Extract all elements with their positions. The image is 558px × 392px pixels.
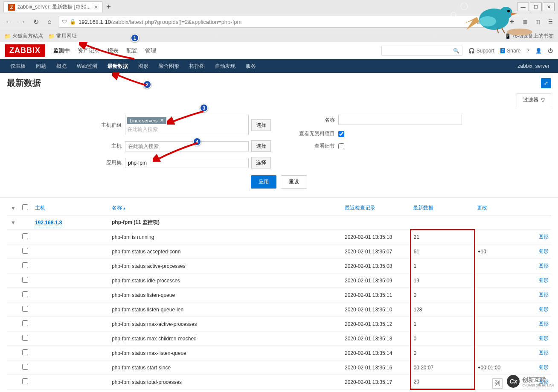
subnav-discovery[interactable]: 自动发现	[210, 59, 241, 73]
row-checkbox[interactable]	[22, 277, 28, 283]
item-time: 2020-02-01 13:35:11	[342, 288, 410, 302]
host-header[interactable]: 主机	[32, 201, 109, 215]
item-name: php-fpm status accepted-conn	[109, 244, 342, 259]
subnav-problems[interactable]: 问题	[31, 59, 51, 73]
row-checkbox[interactable]	[22, 262, 28, 268]
item-data: 0	[410, 288, 474, 302]
fullscreen-button[interactable]: ⤢	[541, 78, 551, 88]
remove-tag-icon[interactable]: ✕	[160, 118, 164, 123]
row-checkbox[interactable]	[22, 306, 28, 312]
maximize-button[interactable]: ☐	[530, 3, 542, 11]
subnav-web[interactable]: Web监测	[72, 59, 102, 73]
graph-link[interactable]: 图形	[538, 350, 549, 356]
subnav-dashboard[interactable]: 仪表板	[5, 59, 31, 73]
subnav-maps[interactable]: 拓扑图	[184, 59, 210, 73]
show-details-checkbox[interactable]	[338, 143, 344, 149]
application-input[interactable]	[125, 158, 249, 168]
new-tab-button[interactable]: +	[106, 3, 111, 12]
change-header[interactable]: 更改	[474, 201, 526, 215]
menu-monitoring[interactable]: 监测中	[53, 47, 70, 55]
library-icon[interactable]: ▥	[520, 17, 529, 26]
support-link[interactable]: 🎧 Support	[468, 48, 494, 54]
subnav-overview[interactable]: 概览	[51, 59, 72, 73]
graph-link[interactable]: 图形	[538, 292, 549, 298]
row-checkbox[interactable]	[22, 378, 28, 384]
select-host-groups-button[interactable]: 选择	[251, 119, 271, 131]
reset-button[interactable]: 重设	[281, 175, 307, 189]
apply-button[interactable]: 应用	[251, 175, 276, 189]
subnav-screens[interactable]: 聚合图形	[154, 59, 184, 73]
last-data-header[interactable]: 最新数据	[410, 201, 474, 215]
bookmark-mobile[interactable]: 📱移动设备上的书签	[505, 32, 554, 40]
zabbix-logo[interactable]: ZABBIX	[5, 44, 45, 57]
graph-link[interactable]: 图形	[538, 306, 549, 312]
select-hosts-button[interactable]: 选择	[251, 140, 271, 152]
close-window-button[interactable]: ✕	[543, 3, 555, 11]
global-search[interactable]: 🔍	[381, 46, 462, 56]
select-all-checkbox[interactable]	[22, 204, 28, 210]
home-button[interactable]: ⌂	[44, 17, 55, 27]
user-icon[interactable]: 👤	[535, 48, 542, 54]
minimize-button[interactable]: —	[517, 3, 529, 11]
table-row: php-fpm status max-children-reached 2020…	[7, 331, 551, 346]
row-checkbox[interactable]	[22, 349, 28, 355]
sidebar-icon[interactable]: ◫	[533, 17, 542, 26]
graph-link[interactable]: 图形	[538, 335, 549, 341]
collapse-icon[interactable]: ▼	[7, 215, 20, 230]
power-icon[interactable]: ⏻	[548, 48, 553, 54]
bookmark-common[interactable]: 📁常用网址	[48, 32, 77, 40]
graph-link[interactable]: 图形	[538, 321, 549, 327]
browser-tab[interactable]: Z zabbix_server: 最新数据 [每30... ✕	[3, 1, 103, 12]
host-groups-input[interactable]: Linux servers✕ 在此输入搜索	[125, 115, 249, 135]
menu-admin[interactable]: 管理	[145, 47, 156, 55]
filter-tab[interactable]: 过滤器 ▽	[517, 93, 551, 106]
row-checkbox[interactable]	[22, 335, 28, 341]
graph-link[interactable]: 图形	[538, 234, 549, 240]
close-icon[interactable]: ✕	[94, 4, 98, 10]
toggle-header[interactable]: ▼	[7, 201, 20, 215]
bookmark-firefox[interactable]: 📁火狐官方站点	[4, 32, 43, 40]
host-link[interactable]: 192.168.1.8	[35, 220, 62, 226]
subnav-services[interactable]: 服务	[241, 59, 261, 73]
extensions-icon[interactable]: ✚	[508, 17, 516, 26]
graph-link[interactable]: 图形	[538, 248, 549, 254]
hosts-input[interactable]	[125, 141, 249, 151]
tab-bar: Z zabbix_server: 最新数据 [每30... ✕ + — ☐ ✕	[0, 0, 558, 14]
server-name: zabbix_server	[517, 63, 553, 69]
subnav-graphs[interactable]: 图形	[133, 59, 154, 73]
name-input[interactable]	[338, 115, 462, 125]
menu-icon[interactable]: ☰	[546, 17, 555, 26]
more-icon[interactable]: •••	[486, 19, 491, 25]
reader-icon[interactable]: ▤	[477, 19, 482, 25]
row-checkbox[interactable]	[22, 233, 28, 239]
star-icon[interactable]: ☆	[496, 19, 500, 25]
item-time: 2020-02-01 13:35:10	[342, 302, 410, 317]
host-group-tag[interactable]: Linux servers✕	[127, 117, 166, 124]
row-checkbox[interactable]	[22, 248, 28, 254]
help-icon[interactable]: ?	[526, 48, 529, 54]
url-bar[interactable]: 🛡 🔓 192.168.1.10/zabbix/latest.php?group…	[58, 16, 504, 28]
badge-4: 4	[193, 137, 201, 146]
name-label: 名称	[296, 116, 335, 124]
show-details-label: 查看细节	[296, 142, 335, 150]
graph-link[interactable]: 图形	[538, 263, 549, 269]
graph-link[interactable]: 图形	[538, 277, 549, 283]
forward-button[interactable]: →	[17, 17, 27, 27]
share-link[interactable]: Z Share	[500, 48, 521, 54]
select-application-button[interactable]: 选择	[251, 157, 271, 168]
menu-reports[interactable]: 报表	[108, 47, 119, 55]
back-button[interactable]: ←	[3, 17, 14, 27]
last-check-header[interactable]: 最近检查记录	[342, 201, 410, 215]
row-checkbox[interactable]	[22, 291, 28, 297]
item-data: 21	[410, 230, 474, 244]
name-header[interactable]: 名称	[109, 201, 342, 215]
reload-button[interactable]: ↻	[31, 17, 41, 27]
show-empty-checkbox[interactable]	[338, 131, 344, 137]
graph-link[interactable]: 图形	[538, 364, 549, 370]
menu-inventory[interactable]: 资产记录	[78, 47, 100, 55]
subnav-latest[interactable]: 最新数据	[102, 59, 133, 73]
row-checkbox[interactable]	[22, 364, 28, 370]
menu-config[interactable]: 配置	[126, 47, 137, 55]
row-checkbox[interactable]	[22, 320, 28, 326]
bookmark-bar: 📁火狐官方站点 📁常用网址 📱移动设备上的书签	[0, 30, 558, 42]
